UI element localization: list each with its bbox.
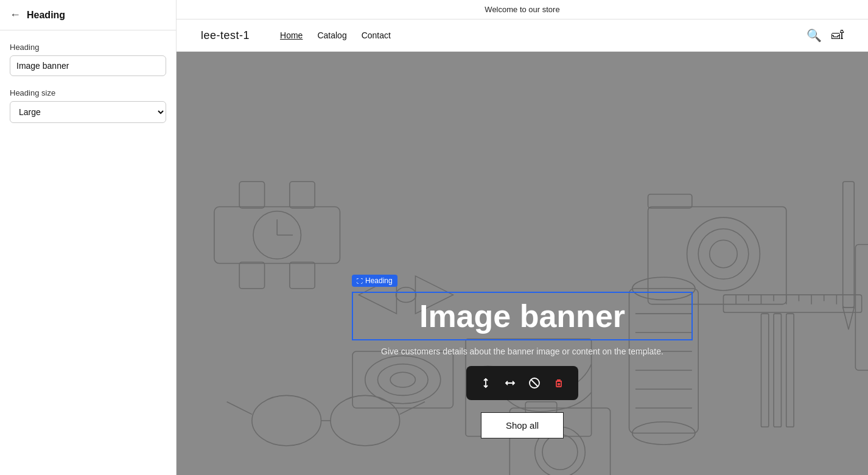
heading-size-field-group: Heading size Large Medium Small [10,88,166,123]
search-icon[interactable]: 🔍 [807,28,822,43]
banner-content: ⛶ Heading Image banner Give customers de… [177,52,868,475]
nav-link-catalog[interactable]: Catalog [317,30,346,40]
move-horizontal-button[interactable] [499,372,521,394]
heading-field-group: Heading [10,43,166,76]
shop-all-button[interactable]: Shop all [481,412,564,438]
store-preview: Welcome to our store lee-test-1 Home Cat… [177,0,868,475]
heading-size-label: Heading size [10,88,166,97]
banner-heading: Image banner [365,298,679,334]
heading-size-select[interactable]: Large Medium Small [10,101,166,123]
resize-icon: ⛶ [357,278,363,284]
delete-button[interactable] [548,372,570,394]
nav-links: Home Catalog Contact [280,30,788,40]
settings-panel: ← Heading Heading Heading size Large Med… [0,0,177,475]
heading-tag-label: Heading [365,276,393,285]
panel-title: Heading [27,10,65,21]
svg-line-68 [531,379,538,387]
nav-link-home[interactable]: Home [280,30,303,40]
store-nav: lee-test-1 Home Catalog Contact 🔍 🛋 [177,19,868,51]
hide-button[interactable] [523,372,545,394]
nav-link-contact[interactable]: Contact [362,30,391,40]
banner-toolbar [466,366,578,400]
store-logo: lee-test-1 [201,29,250,42]
heading-label: Heading [10,43,166,52]
back-button[interactable]: ← [10,9,21,21]
heading-box[interactable]: Image banner [352,292,693,340]
banner-subtext: Give customers details about the banner … [381,347,663,356]
panel-header: ← Heading [0,0,176,30]
announcement-bar: Welcome to our store [177,0,868,19]
store-header: Welcome to our store lee-test-1 Home Cat… [177,0,868,52]
nav-icons: 🔍 🛋 [807,28,844,43]
heading-selection: ⛶ Heading Image banner [352,292,693,340]
move-vertical-button[interactable] [475,372,497,394]
cart-icon[interactable]: 🛋 [831,28,844,43]
heading-tag: ⛶ Heading [352,275,397,287]
panel-body: Heading Heading size Large Medium Small [0,30,176,135]
svg-rect-69 [556,381,561,387]
banner-area: ⛶ Heading Image banner Give customers de… [177,52,868,475]
heading-input[interactable] [10,55,166,76]
